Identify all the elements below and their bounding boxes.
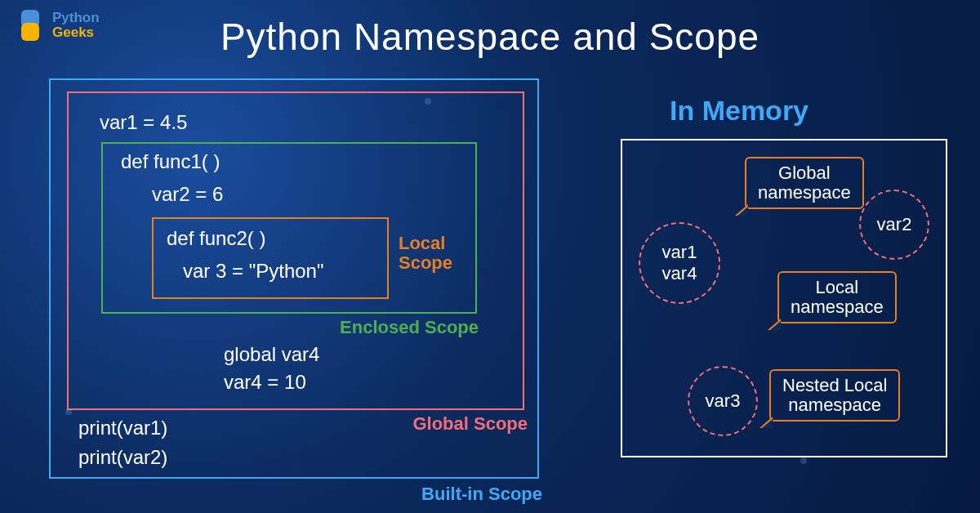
code-print2: print(var2)	[78, 446, 167, 469]
code-var2: var2 = 6	[152, 183, 223, 206]
callout-local-namespace-text: Localnamespace	[791, 277, 884, 317]
logo-line1: Python	[52, 11, 100, 25]
code-var3: var 3 = "Python"	[183, 260, 323, 283]
code-var4-assign: var4 = 10	[224, 371, 306, 394]
builtin-scope-box: Built-in Scope Global Scope var1 = 4.5 E…	[49, 78, 539, 479]
global-scope-box: Global Scope var1 = 4.5 Enclosed Scope d…	[67, 91, 524, 410]
code-def2: def func2( )	[167, 227, 265, 250]
code-print1: print(var1)	[78, 417, 167, 439]
enclosed-scope-box: Enclosed Scope def func1( ) var2 = 6 Loc…	[101, 142, 477, 314]
memory-box: Globalnamespace Localnamespace Nested Lo…	[621, 139, 947, 457]
logo: Python Geeks	[15, 10, 100, 41]
code-var1: var1 = 4.5	[100, 111, 187, 134]
memory-circle-global: var1 var4	[639, 222, 720, 304]
logo-line2: Geeks	[52, 25, 100, 40]
memory-circle-nested: var3	[688, 366, 758, 436]
diagram-stage: Built-in Scope Global Scope var1 = 4.5 E…	[49, 78, 947, 497]
memory-title: In Memory	[670, 95, 808, 127]
memory-circle-nested-var3: var3	[706, 390, 741, 412]
local-scope-label: LocalScope	[399, 234, 452, 273]
logo-text: Python Geeks	[52, 11, 100, 40]
callout-nested-local-namespace: Nested Localnamespace	[769, 369, 900, 422]
memory-circle-local: var2	[859, 190, 929, 260]
memory-circle-local-var2: var2	[877, 214, 912, 235]
callout-global-namespace: Globalnamespace	[745, 157, 864, 209]
page-title: Python Namespace and Scope	[0, 15, 980, 59]
memory-circle-global-var4: var4	[662, 263, 697, 284]
local-scope-box: LocalScope def func2( ) var 3 = "Python"	[152, 217, 389, 299]
global-scope-label: Global Scope	[412, 413, 528, 435]
callout-nested-local-namespace-text: Nested Localnamespace	[782, 375, 887, 415]
enclosed-scope-label: Enclosed Scope	[340, 317, 479, 338]
callout-local-namespace: Localnamespace	[777, 271, 897, 323]
python-logo-icon	[15, 10, 46, 41]
code-def1: def func1( )	[121, 150, 220, 173]
builtin-scope-label: Built-in Scope	[421, 484, 542, 505]
code-global-var4: global var4	[224, 343, 319, 366]
memory-circle-global-var1: var1	[662, 242, 697, 263]
callout-global-namespace-text: Globalnamespace	[758, 163, 851, 203]
